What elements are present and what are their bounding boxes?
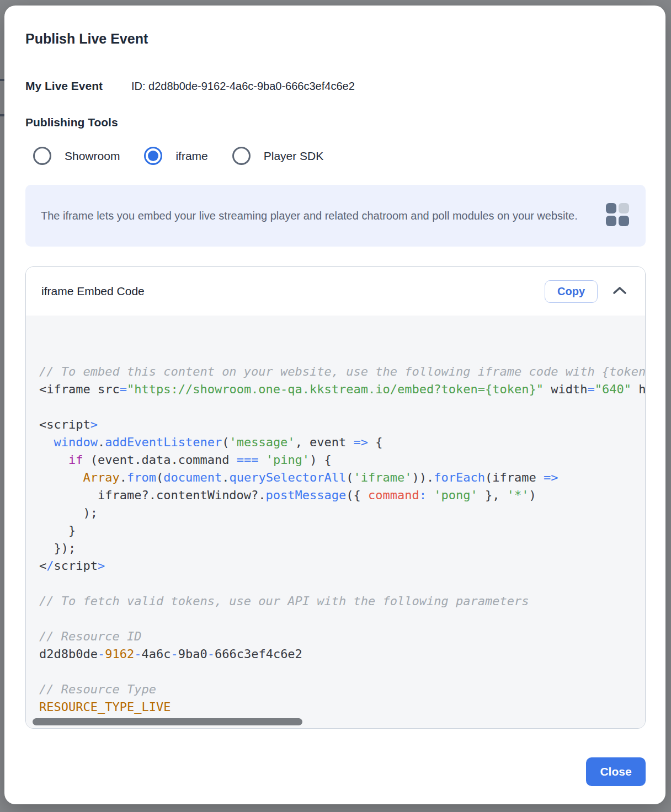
event-name: My Live Event — [25, 79, 131, 93]
backdrop-page-line — [0, 114, 4, 116]
radio-option-iframe[interactable]: iframe — [144, 147, 207, 165]
radio-option-player-sdk[interactable]: Player SDK — [232, 147, 324, 165]
embed-code-panel: iframe Embed Code Copy // To embed this … — [25, 266, 646, 729]
publishing-tools-heading: Publishing Tools — [25, 116, 646, 129]
radio-option-label: Player SDK — [264, 149, 324, 163]
modal-footer: Close — [25, 757, 646, 786]
chevron-up-icon — [612, 285, 627, 298]
event-id: ID: d2d8b0de-9162-4a6c-9ba0-666c3ef4c6e2 — [131, 80, 355, 93]
horizontal-scrollbar-thumb[interactable] — [33, 718, 302, 725]
close-button[interactable]: Close — [586, 757, 646, 786]
radio-icon — [144, 147, 162, 165]
embed-code-panel-header: iframe Embed Code Copy — [26, 267, 645, 316]
iframe-info-text: The iframe lets you embed your live stre… — [41, 205, 578, 226]
radio-option-label: Showroom — [65, 149, 120, 163]
radio-option-label: iframe — [175, 149, 207, 163]
collapse-button[interactable] — [610, 283, 630, 300]
event-row: My Live Event ID: d2d8b0de-9162-4a6c-9ba… — [25, 79, 646, 93]
embed-code-block[interactable]: // To embed this content on your website… — [26, 316, 645, 728]
copy-button[interactable]: Copy — [545, 280, 598, 303]
grid-icon — [605, 202, 630, 229]
page-title: Publish Live Event — [25, 30, 646, 47]
embed-code-title: iframe Embed Code — [41, 285, 145, 298]
backdrop-page-line — [0, 79, 4, 81]
publishing-tools-radio-group: Showroom iframe Player SDK — [25, 147, 646, 165]
radio-icon — [33, 147, 51, 165]
iframe-info-banner: The iframe lets you embed your live stre… — [25, 185, 646, 247]
radio-option-showroom[interactable]: Showroom — [33, 147, 120, 165]
publish-live-event-modal: Publish Live Event My Live Event ID: d2d… — [4, 6, 665, 804]
radio-icon — [232, 147, 251, 165]
